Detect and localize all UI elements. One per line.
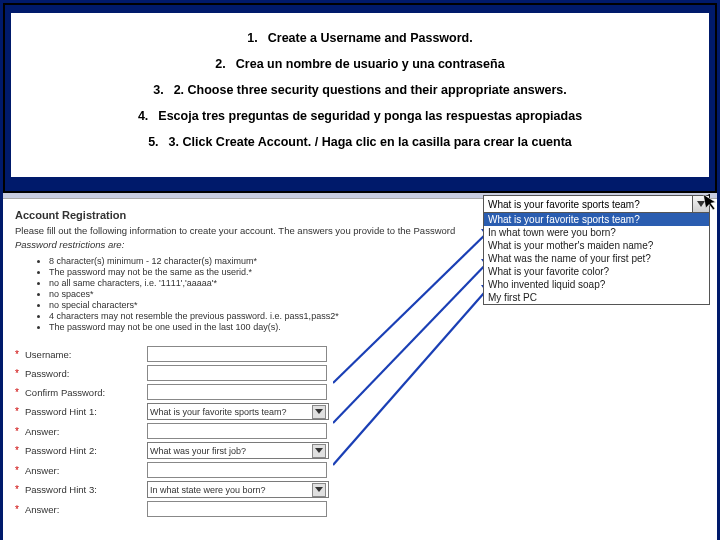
required-asterisk: * [15,484,25,495]
annotation-arrow [333,279,513,483]
instruction-4: 4.Escoja tres preguntas de seguridad y p… [21,109,699,123]
required-asterisk: * [15,387,25,398]
required-asterisk: * [15,349,25,360]
chevron-down-icon [312,405,326,419]
required-asterisk: * [15,426,25,437]
dropdown-option[interactable]: My first PC [484,291,709,304]
security-question-dropdown: 1 What is your favorite sports team? Wha… [483,195,710,305]
label-username: Username: [25,349,147,360]
label-password: Password: [25,368,147,379]
label-confirm-password: Confirm Password: [25,387,147,398]
instruction-3: 3.2. Choose three security questions and… [21,83,699,97]
row-answer3: * Answer: [15,501,705,517]
hint2-select[interactable]: What was your first job? [147,442,329,459]
answer1-input[interactable] [147,423,327,439]
dropdown-option[interactable]: Who invented liquid soap? [484,278,709,291]
svg-line-5 [333,285,491,465]
registration-screenshot: Account Registration Please fill out the… [3,193,717,540]
required-asterisk: * [15,445,25,456]
dropdown-option[interactable]: What is your favorite color? [484,265,709,278]
label-hint2: Password Hint 2: [25,445,147,456]
instruction-2: 2.Crea un nombre de usuario y una contra… [21,57,699,71]
dropdown-option[interactable]: What is your favorite sports team? [484,213,709,226]
dropdown-selected[interactable]: What is your favorite sports team? [483,195,693,213]
hint1-value: What is your favorite sports team? [150,407,287,417]
row-hint3: * Password Hint 3: In what state were yo… [15,481,705,498]
label-answer1: Answer: [25,426,147,437]
password-input[interactable] [147,365,327,381]
instructions-box: 1.Create a Username and Password. 2.Crea… [11,13,709,177]
label-answer3: Answer: [25,504,147,515]
required-asterisk: * [15,406,25,417]
label-hint1: Password Hint 1: [25,406,147,417]
required-asterisk: * [15,368,25,379]
label-answer2: Answer: [25,465,147,476]
username-input[interactable] [147,346,327,362]
answer3-input[interactable] [147,501,327,517]
hint1-select[interactable]: What is your favorite sports team? [147,403,329,420]
hint3-value: In what state were you born? [150,485,266,495]
dropdown-option[interactable]: What is your mother's maiden name? [484,239,709,252]
mouse-cursor-icon [703,192,720,215]
label-hint3: Password Hint 3: [25,484,147,495]
instruction-5: 5.3. Click Create Account. / Haga clic e… [21,135,699,149]
answer2-input[interactable] [147,462,327,478]
chevron-down-icon [312,483,326,497]
chevron-down-icon [312,444,326,458]
dropdown-option[interactable]: In what town were you born? [484,226,709,239]
dropdown-option[interactable]: What was the name of your first pet? [484,252,709,265]
hint2-value: What was your first job? [150,446,246,456]
instruction-1: 1.Create a Username and Password. [21,31,699,45]
dropdown-list: What is your favorite sports team? In wh… [483,213,710,305]
confirm-password-input[interactable] [147,384,327,400]
hint3-select[interactable]: In what state were you born? [147,481,329,498]
svg-marker-0 [703,192,717,211]
required-asterisk: * [15,504,25,515]
required-asterisk: * [15,465,25,476]
